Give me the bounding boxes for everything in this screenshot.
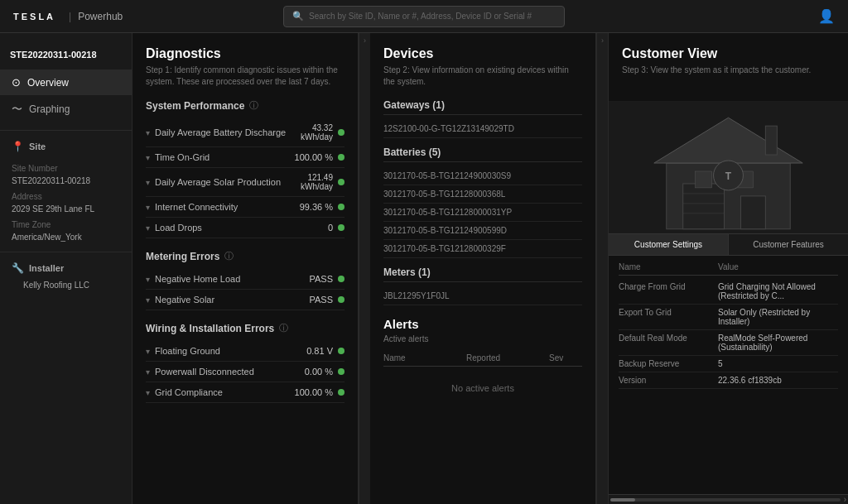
system-performance-header: System Performance ⓘ bbox=[146, 99, 344, 112]
diagnostics-subtitle: Step 1: Identify common diagnostic issue… bbox=[146, 65, 344, 88]
metering-errors-title: Metering Errors bbox=[146, 251, 219, 262]
internet-value: 99.36 % bbox=[300, 202, 333, 212]
site-id-label: STE20220311-00218 bbox=[0, 43, 132, 70]
diagnostics-title: Diagnostics bbox=[146, 46, 344, 61]
negative-solar-status bbox=[338, 296, 344, 303]
negative-home-value: PASS bbox=[309, 274, 333, 284]
tab-customer-features[interactable]: Customer Features bbox=[729, 234, 848, 255]
wiring-errors-title: Wiring & Installation Errors bbox=[146, 323, 274, 334]
diag-row-load-drops[interactable]: ▾ Load Drops 0 bbox=[146, 218, 344, 238]
diag-row-floating-ground[interactable]: ▾ Floating Ground 0.81 V bbox=[146, 341, 344, 362]
ct-value-default-mode: RealMode Self-Powered (Sustainability) bbox=[718, 334, 838, 352]
ct-row-charge-grid: Charge From Grid Grid Charging Not Allow… bbox=[619, 279, 838, 305]
grid-compliance-value: 100.00 % bbox=[295, 387, 333, 397]
system-performance-info-icon[interactable]: ⓘ bbox=[249, 99, 258, 112]
floating-ground-value: 0.81 V bbox=[306, 346, 333, 356]
battery-discharge-value: 43.32kWh/day bbox=[301, 123, 333, 142]
scroll-arrow-icon: › bbox=[364, 36, 366, 45]
svg-text:T: T bbox=[725, 170, 732, 182]
diag-row-solar-production[interactable]: ▾ Daily Average Solar Production 121.49k… bbox=[146, 168, 344, 197]
metering-errors-info-icon[interactable]: ⓘ bbox=[224, 250, 234, 262]
diag-row-negative-home-load[interactable]: ▾ Negative Home Load PASS bbox=[146, 269, 344, 290]
search-icon: 🔍 bbox=[292, 11, 304, 22]
user-icon[interactable]: 👤 bbox=[818, 8, 835, 24]
alerts-subtitle: Active alerts bbox=[383, 334, 582, 343]
scroll-right-arrow[interactable]: › bbox=[844, 495, 846, 504]
sidebar-item-overview[interactable]: ⊙ Overview bbox=[0, 70, 132, 95]
site-number-info: Site Number STE20220311-00218 bbox=[0, 161, 132, 189]
site-address-value: 2029 SE 29th Lane FL bbox=[12, 204, 94, 214]
diag-row-grid-compliance[interactable]: ▾ Grid Compliance 100.00 % bbox=[146, 382, 344, 403]
battery-item-4[interactable]: 3012170-05-B-TG12128000329F bbox=[383, 240, 582, 258]
scroll-arrow-icon: › bbox=[601, 36, 604, 45]
tab-customer-settings[interactable]: Customer Settings bbox=[609, 234, 729, 255]
batteries-title: Batteries (5) bbox=[383, 146, 582, 162]
alert-table-header: Name Reported Sev bbox=[383, 350, 582, 367]
installer-name-value: Kelly Roofing LLC bbox=[23, 281, 89, 290]
battery-item-3[interactable]: 3012170-05-B-TG12124900599D bbox=[383, 222, 582, 240]
overview-label: Overview bbox=[27, 77, 69, 89]
meter-item-0[interactable]: JBL21295Y1F0JL bbox=[383, 287, 582, 305]
negative-solar-label: Negative Solar bbox=[155, 295, 309, 305]
ct-name-version: Version bbox=[619, 376, 718, 385]
floating-ground-label: Floating Ground bbox=[155, 346, 306, 356]
chevron-icon: ▾ bbox=[146, 128, 150, 137]
negative-home-status bbox=[338, 276, 344, 282]
powerwall-disconnected-status bbox=[338, 368, 344, 375]
graphing-label: Graphing bbox=[29, 103, 70, 115]
chevron-icon: ▾ bbox=[146, 388, 150, 397]
installer-section: 🔧 Installer Kelly Roofing LLC bbox=[0, 252, 132, 296]
meters-title: Meters (1) bbox=[383, 266, 582, 282]
diag-row-negative-solar[interactable]: ▾ Negative Solar PASS bbox=[146, 290, 344, 310]
gateway-item-0[interactable]: 12S2100-00-G-TG12Z13149029TD bbox=[383, 120, 582, 138]
load-drops-value: 0 bbox=[328, 223, 333, 233]
customer-view-title: Customer View bbox=[622, 46, 835, 61]
chevron-icon: ▾ bbox=[146, 275, 150, 284]
ct-value-version: 22.36.6 cf1839cb bbox=[718, 376, 838, 385]
site-section-title: Site bbox=[29, 142, 46, 151]
scroll-track bbox=[610, 498, 841, 502]
internet-label: Internet Connectivity bbox=[155, 202, 300, 212]
site-number-label: Site Number bbox=[12, 162, 120, 175]
customer-scrollbar[interactable]: › bbox=[609, 494, 848, 504]
search-bar[interactable]: 🔍 Search by Site ID, Name or #, Address,… bbox=[283, 6, 565, 27]
customer-tabs: Customer Settings Customer Features bbox=[609, 233, 848, 256]
wiring-errors-header: Wiring & Installation Errors ⓘ bbox=[146, 322, 344, 334]
svg-rect-3 bbox=[683, 184, 725, 229]
scroll-thumb bbox=[610, 498, 635, 502]
battery-item-1[interactable]: 3012170-05-B-TG12128000368L bbox=[383, 185, 582, 204]
wiring-errors-info-icon[interactable]: ⓘ bbox=[279, 322, 288, 334]
ct-name-default-mode: Default Real Mode bbox=[619, 334, 718, 352]
content-area: Diagnostics Step 1: Identify common diag… bbox=[132, 33, 848, 504]
sidebar-item-graphing[interactable]: 〜 Graphing bbox=[0, 95, 132, 123]
svg-rect-9 bbox=[696, 171, 712, 188]
solar-production-status bbox=[338, 179, 344, 185]
customer-view-subtitle: Step 3: View the system as it impacts th… bbox=[622, 65, 835, 76]
powerwall-disconnected-label: Powerwall Disconnected bbox=[155, 367, 305, 377]
installer-icon: 🔧 bbox=[12, 262, 24, 274]
site-address-info: Address 2029 SE 29th Lane FL bbox=[0, 189, 132, 217]
chevron-icon: ▾ bbox=[146, 153, 150, 162]
tesla-logo: TESLA bbox=[13, 12, 55, 22]
diag-row-battery-discharge[interactable]: ▾ Daily Average Battery Discharge 43.32k… bbox=[146, 118, 344, 147]
devices-scroll-indicator: › bbox=[596, 33, 608, 504]
customer-header: Customer View Step 3: View the system as… bbox=[609, 33, 848, 101]
ct-value-export-grid: Solar Only (Restricted by Installer) bbox=[718, 308, 838, 326]
diag-row-internet[interactable]: ▾ Internet Connectivity 99.36 % bbox=[146, 197, 344, 218]
time-on-grid-label: Time On-Grid bbox=[155, 152, 295, 162]
svg-rect-7 bbox=[740, 196, 765, 229]
no-alerts-text: No active alerts bbox=[383, 383, 582, 393]
floating-ground-status bbox=[338, 348, 344, 354]
ct-row-backup-reserve: Backup Reserve 5 bbox=[619, 356, 838, 372]
site-timezone-info: Time Zone America/New_York bbox=[0, 217, 132, 245]
battery-item-0[interactable]: 3012170-05-B-TG12124900030S9 bbox=[383, 167, 582, 185]
top-nav: TESLA | Powerhub 🔍 Search by Site ID, Na… bbox=[0, 0, 848, 33]
battery-item-2[interactable]: 3012170-05-B-TG12128000031YP bbox=[383, 204, 582, 222]
diag-row-powerwall-disconnected[interactable]: ▾ Powerwall Disconnected 0.00 % bbox=[146, 362, 344, 382]
chevron-icon: ▾ bbox=[146, 223, 150, 233]
installer-section-title: Installer bbox=[29, 263, 64, 273]
ct-name-header: Name bbox=[619, 262, 718, 271]
diag-row-time-on-grid[interactable]: ▾ Time On-Grid 100.00 % bbox=[146, 147, 344, 168]
ct-name-charge-grid: Charge From Grid bbox=[619, 282, 718, 300]
house-illustration: T bbox=[609, 101, 848, 233]
